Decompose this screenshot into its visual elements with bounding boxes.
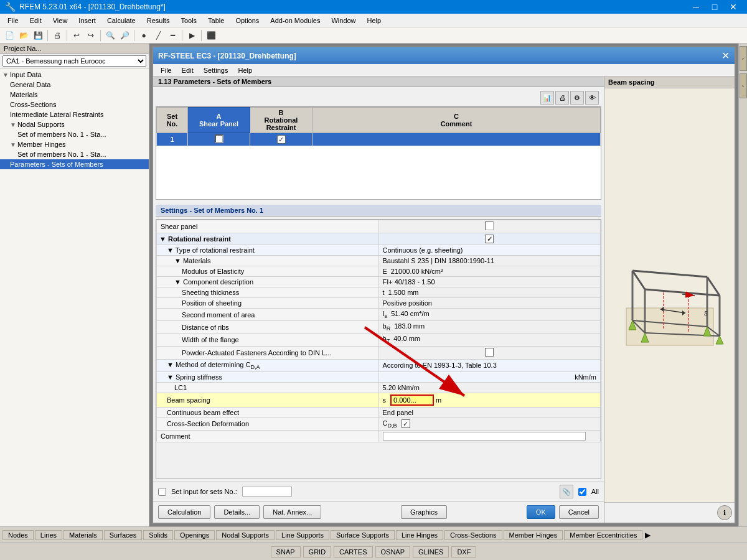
menu-insert[interactable]: Insert xyxy=(73,16,101,26)
expand-btn-2[interactable]: › xyxy=(740,73,747,98)
menu-calculate[interactable]: Calculate xyxy=(102,16,141,26)
value-cross-section-deform[interactable]: CD,B xyxy=(378,418,601,430)
print-button[interactable]: 🖨 xyxy=(50,29,64,42)
calculation-button[interactable]: Calculation xyxy=(158,505,210,519)
tab-member-hinges[interactable]: Member Hinges xyxy=(504,530,563,540)
tab-line-hinges[interactable]: Line Hinges xyxy=(396,530,443,540)
dialog-menu-settings[interactable]: Settings xyxy=(199,65,233,75)
row-spring-stiffness: ▼ Spring stiffness kNm/m xyxy=(157,371,601,382)
tab-surface-supports[interactable]: Surface Supports xyxy=(331,530,395,540)
redo-button[interactable]: ↪ xyxy=(84,29,98,42)
view3d-button[interactable]: ⬛ xyxy=(204,29,218,42)
menu-view[interactable]: View xyxy=(48,16,73,26)
nat-annex-button[interactable]: Nat. Annex... xyxy=(263,505,321,519)
dialog-menu-file[interactable]: File xyxy=(156,65,177,75)
comment-input[interactable] xyxy=(383,432,586,441)
row-sheeting-thickness: Sheeting thickness t1.500 mm xyxy=(157,287,601,298)
ok-button[interactable]: OK xyxy=(527,505,555,519)
menu-table[interactable]: Table xyxy=(203,16,229,26)
tree-item-set-members-hinges-1[interactable]: Set of members No. 1 - Sta... xyxy=(0,149,149,159)
undo-button[interactable]: ↩ xyxy=(70,29,83,42)
osnap-btn[interactable]: OSNAP xyxy=(375,546,411,558)
member-button[interactable]: ━ xyxy=(166,29,179,42)
tree-item-parameters-sets[interactable]: Parameters - Sets of Members xyxy=(0,159,149,169)
dialog-menu-edit[interactable]: Edit xyxy=(177,65,199,75)
dialog-menu-help[interactable]: Help xyxy=(233,65,257,75)
maximize-button[interactable]: □ xyxy=(706,0,723,14)
case-dropdown[interactable]: CA1 - Bemessung nach Eurococ xyxy=(2,55,146,67)
line-button[interactable]: ╱ xyxy=(151,29,165,42)
tab-solids[interactable]: Solids xyxy=(143,530,173,540)
graphics-button[interactable]: Graphics xyxy=(401,505,447,519)
tree-item-set-members-1[interactable]: Set of members No. 1 - Sta... xyxy=(0,129,149,139)
value-shear-panel[interactable] xyxy=(378,220,601,233)
table-filter-button[interactable]: ⚙ xyxy=(570,91,584,105)
minimize-button[interactable]: ─ xyxy=(687,0,705,14)
tab-cross-sections[interactable]: Cross-Sections xyxy=(444,530,502,540)
menu-results[interactable]: Results xyxy=(142,16,175,26)
tab-nodes[interactable]: Nodes xyxy=(2,530,34,540)
tab-surfaces[interactable]: Surfaces xyxy=(104,530,142,540)
tree-item-cross-sections[interactable]: Cross-Sections xyxy=(0,100,149,110)
value-comment[interactable] xyxy=(378,430,601,442)
tree-item-nodal-supports[interactable]: ▼Nodal Supports xyxy=(0,119,149,129)
set-input-checkbox[interactable] xyxy=(158,488,166,496)
tree-item-member-hinges[interactable]: ▼Member Hinges xyxy=(0,139,149,149)
row-distance-ribs: Distance of ribs bR183.0 mm xyxy=(157,321,601,334)
grid-btn[interactable]: GRID xyxy=(303,546,332,558)
table-export-button[interactable]: 📊 xyxy=(540,91,554,105)
value-powder-fasteners[interactable] xyxy=(378,346,601,359)
cell-shear-panel[interactable] xyxy=(188,133,250,146)
tree-item-materials[interactable]: Materials xyxy=(0,90,149,100)
value-beam-spacing[interactable]: s m xyxy=(378,393,601,407)
cartes-btn[interactable]: CARTES xyxy=(334,546,372,558)
all-checkbox[interactable] xyxy=(578,488,586,496)
expand-btn-1[interactable]: › xyxy=(740,46,747,71)
new-button[interactable]: 📄 xyxy=(2,29,16,42)
tree-item-intermediate-lateral[interactable]: Intermediate Lateral Restraints xyxy=(0,110,149,119)
tree-item-general-data[interactable]: General Data xyxy=(0,80,149,90)
cell-rotational-restraint[interactable] xyxy=(250,133,312,146)
row-comment: Comment xyxy=(157,430,601,442)
menu-addon[interactable]: Add-on Modules xyxy=(265,16,325,26)
glines-btn[interactable]: GLINES xyxy=(413,546,449,558)
footer-icon-button[interactable]: 📎 xyxy=(560,485,573,498)
value-rotational-restraint[interactable] xyxy=(378,233,601,245)
tabs-scroll-right[interactable]: ▶ xyxy=(645,531,651,539)
node-button[interactable]: ● xyxy=(137,29,151,42)
menu-options[interactable]: Options xyxy=(230,16,264,26)
tab-lines[interactable]: Lines xyxy=(35,530,62,540)
row-second-moment: Second moment of area Is51.40 cm⁴/m xyxy=(157,309,601,321)
close-button[interactable]: ✕ xyxy=(725,0,742,14)
menu-window[interactable]: Window xyxy=(326,16,360,26)
tab-materials[interactable]: Materials xyxy=(63,530,103,540)
col-header-set-no: SetNo. xyxy=(157,108,188,133)
run-button[interactable]: ▶ xyxy=(185,29,199,42)
table-print-button[interactable]: 🖨 xyxy=(555,91,569,105)
menu-edit[interactable]: Edit xyxy=(25,16,47,26)
tree-item-input-data[interactable]: ▼Input Data xyxy=(0,70,149,80)
open-button[interactable]: 📂 xyxy=(17,29,31,42)
snap-btn[interactable]: SNAP xyxy=(271,546,301,558)
dxf-btn[interactable]: DXF xyxy=(451,546,476,558)
beam-spacing-input[interactable] xyxy=(390,394,434,406)
tab-member-eccentricities[interactable]: Member Eccentricities xyxy=(564,530,642,540)
table-eye-button[interactable]: 👁 xyxy=(585,91,599,105)
zoom-in-button[interactable]: 🔍 xyxy=(103,29,117,42)
dialog-close-button[interactable]: ✕ xyxy=(721,50,730,62)
set-input-field[interactable] xyxy=(242,487,292,497)
table-row[interactable]: 1 xyxy=(157,133,601,146)
snap-toolbar: SNAP GRID CARTES OSNAP GLINES DXF xyxy=(0,543,747,560)
dialog-title: RF-STEEL EC3 - [201130_Drehbettung] xyxy=(158,52,296,60)
menu-help[interactable]: Help xyxy=(362,16,387,26)
details-button[interactable]: Details... xyxy=(214,505,260,519)
menu-file[interactable]: File xyxy=(2,16,24,26)
info-button[interactable]: ℹ xyxy=(717,505,732,520)
tab-line-supports[interactable]: Line Supports xyxy=(276,530,329,540)
menu-tools[interactable]: Tools xyxy=(176,16,202,26)
save-button[interactable]: 💾 xyxy=(31,29,45,42)
tab-nodal-supports[interactable]: Nodal Supports xyxy=(216,530,275,540)
zoom-out-button[interactable]: 🔎 xyxy=(118,29,131,42)
cancel-button[interactable]: Cancel xyxy=(559,505,599,519)
tab-openings[interactable]: Openings xyxy=(174,530,215,540)
